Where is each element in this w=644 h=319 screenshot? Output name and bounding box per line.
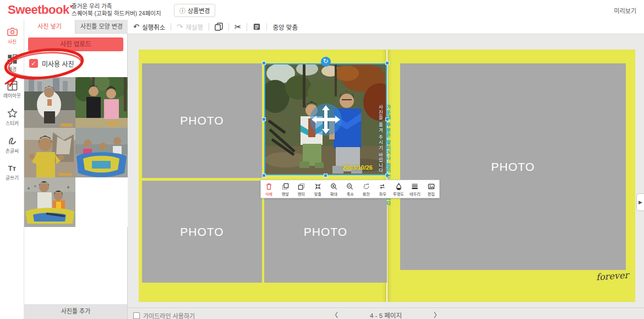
photo-panel: 사진 넣기 사진틀 모양 변경 사진 업로드 ✓ 미사용 사진	[24, 20, 128, 319]
photo-tool-zoom-out[interactable]: 축소	[342, 180, 358, 198]
tab-add-photo[interactable]: 사진 넣기	[24, 20, 75, 34]
photo-tool-border[interactable]: 테두리	[407, 180, 423, 198]
rail-item-background[interactable]: 배경	[0, 54, 24, 78]
info-icon: ⓘ	[179, 8, 185, 14]
copy-icon	[215, 23, 223, 31]
zoom-in-icon	[330, 183, 337, 190]
paste-button[interactable]	[253, 23, 261, 31]
thumbnail-photo-4[interactable]	[75, 128, 128, 177]
rail-item-photo[interactable]: 사진	[0, 26, 24, 51]
add-frame-button[interactable]: 사진틀 추가	[24, 304, 127, 319]
unused-photos-label: 미사용 사진	[42, 59, 74, 68]
photo-tool-send-back[interactable]: 맨뒤	[293, 180, 309, 198]
resize-handle-ne[interactable]	[385, 61, 389, 65]
book-spread: PHOTO PHOTO PHOTO PHOTO	[139, 50, 635, 302]
photo-placeholder-2[interactable]: PHOTO	[142, 181, 262, 283]
edit-image-icon	[428, 183, 435, 190]
checkbox-checked-icon[interactable]: ✓	[29, 59, 38, 68]
scissors-icon: ✂	[234, 23, 242, 30]
resize-handle-w[interactable]	[262, 117, 266, 121]
editor-canvas: PHOTO PHOTO PHOTO PHOTO	[128, 34, 644, 307]
fit-icon	[314, 183, 321, 190]
toolbar-separator	[228, 23, 229, 31]
photo-tool-edit[interactable]: 편집	[423, 180, 439, 198]
toolbar-separator	[209, 23, 209, 31]
preview-button[interactable]: 미리보기	[614, 6, 636, 15]
thumbnail-grid	[24, 77, 128, 227]
rail-item-text[interactable]: Tт 글쓰기	[0, 163, 24, 187]
tool-rail: 사진 배경 레이아웃 스티커 손글씨 Tт 글쓰기	[0, 20, 24, 319]
prev-page-button[interactable]: 〈	[331, 310, 338, 319]
text-tool-icon: Tт	[0, 163, 24, 174]
unused-photos-toggle[interactable]: ✓ 미사용 사진	[29, 58, 74, 68]
rail-item-handwriting[interactable]: 손글씨	[0, 136, 24, 160]
star-icon	[7, 108, 18, 118]
redo-button[interactable]: ↷재실행	[177, 23, 203, 31]
zoom-out-icon	[346, 183, 353, 190]
photo-tool-rotate[interactable]: 회전	[358, 180, 374, 198]
app-header: Sweetbook♥ 즐거운 우리 가족 스퀘어북 (고화질 하드커버) 24페…	[0, 0, 644, 20]
page-indicator: 4 - 5 페이지	[370, 311, 402, 319]
background-icon	[7, 54, 18, 64]
right-panel-expand-tab[interactable]: ▶	[636, 193, 644, 211]
panel-tabs: 사진 넣기 사진틀 모양 변경	[24, 20, 128, 34]
photo-date-stamp: 2003/10/26	[342, 164, 373, 171]
copy-button[interactable]	[215, 23, 223, 31]
rail-item-sticker[interactable]: 스티커	[0, 108, 24, 132]
edit-toolbar: ↶실행취소 ↷재실행 ✂ 중앙 맞춤	[128, 20, 644, 34]
photo-tool-fit[interactable]: 맞춤	[309, 180, 325, 198]
toolbar-separator	[171, 23, 171, 31]
border-thickness-icon	[411, 183, 418, 190]
rail-item-layout[interactable]: 레이아웃	[0, 80, 24, 105]
upload-photo-button[interactable]: 사진 업로드	[28, 37, 123, 51]
center-align-button[interactable]: 중앙 맞춤	[272, 23, 298, 31]
rotate-handle-icon[interactable]: ↻	[321, 57, 331, 67]
photo-tool-bring-front[interactable]: 맨앞	[277, 180, 293, 198]
move-control[interactable]	[310, 104, 342, 136]
bring-front-icon	[282, 183, 289, 190]
resize-handle-s[interactable]	[324, 174, 328, 177]
photo-tool-opacity[interactable]: 투명도	[391, 180, 407, 198]
project-title-line1: 즐거운 우리 가족	[72, 3, 161, 10]
undo-button[interactable]: ↶실행취소	[133, 23, 165, 31]
trash-icon	[265, 183, 272, 190]
thumbnail-photo-5[interactable]	[24, 177, 75, 227]
next-page-button[interactable]: 〉	[434, 310, 440, 319]
clipboard-icon	[253, 23, 261, 31]
thumbnail-photo-1[interactable]	[24, 77, 75, 128]
layout-icon	[7, 80, 18, 91]
photo-tool-flip-horizontal[interactable]: 좌우	[374, 180, 390, 198]
flip-horizontal-icon	[379, 183, 386, 190]
photo-placeholder-4[interactable]: PHOTO	[400, 63, 626, 270]
photo-toolbar: 삭제 맨앞 맨뒤 맞춤 확대 축소	[260, 180, 440, 198]
photo-placeholder-1[interactable]: PHOTO	[142, 63, 262, 178]
selected-photo[interactable]: 2003/10/26 ↻	[264, 63, 387, 175]
product-change-button[interactable]: ⓘ상품변경	[174, 4, 215, 17]
cut-button[interactable]: ✂	[234, 23, 242, 30]
resize-handle-sw[interactable]	[262, 174, 266, 177]
move-arrows-icon	[310, 104, 342, 136]
page-navigation: 〈 4 - 5 페이지 〉	[128, 310, 644, 319]
thumbnail-photo-3[interactable]	[24, 128, 75, 177]
redo-icon: ↷	[177, 23, 183, 30]
rotate-icon	[363, 183, 370, 190]
project-title: 즐거운 우리 가족 스퀘어북 (고화질 하드커버) 24페이지	[72, 3, 161, 17]
tab-frame-shape[interactable]: 사진틀 모양 변경	[75, 20, 128, 34]
send-back-icon	[298, 183, 305, 190]
toolbar-separator	[247, 23, 247, 31]
canvas-footer: 가이드라인 사용하기 〈 4 - 5 페이지 〉	[128, 307, 644, 319]
photo-tool-delete[interactable]: 삭제	[261, 180, 277, 198]
thumbnail-empty-slot	[75, 177, 128, 227]
opacity-drop-icon	[395, 183, 402, 190]
app-logo: Sweetbook♥	[8, 3, 73, 17]
camera-icon	[7, 26, 18, 37]
photo-tool-zoom-in[interactable]: 확대	[326, 180, 342, 198]
toolbar-separator	[266, 23, 267, 31]
handwriting-icon	[7, 136, 18, 146]
thumbnail-photo-2[interactable]	[75, 77, 128, 128]
undo-icon: ↶	[133, 23, 139, 30]
project-title-line2: 스퀘어북 (고화질 하드커버) 24페이지	[72, 10, 161, 17]
resize-handle-nw[interactable]	[262, 61, 266, 65]
